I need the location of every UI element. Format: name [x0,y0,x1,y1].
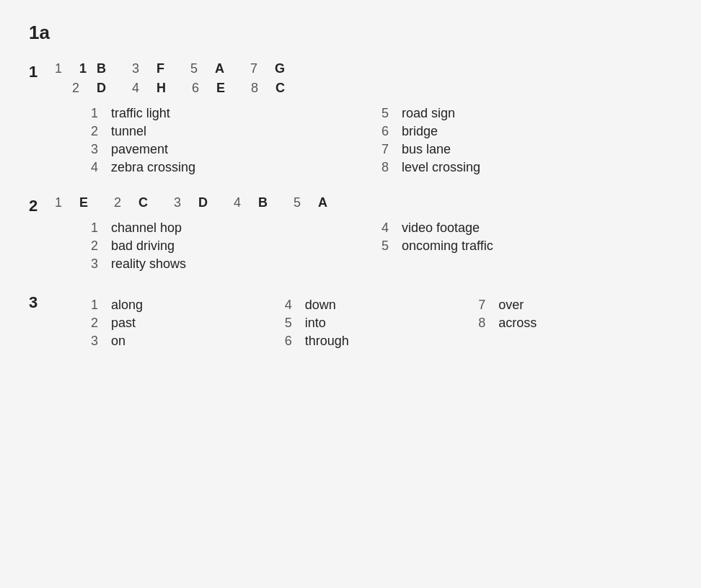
list-item: 3 on [91,334,285,349]
answer-pair: 1 1 B [55,61,106,76]
section-1-items: 1 traffic light 5 road sign 2 tunnel 6 b… [91,106,672,175]
section-2-answers-row: 1 E 2 C 3 D 4 B 5 A [55,195,672,210]
answer-pair: 2 D [72,81,106,96]
list-item: 1 traffic light [91,106,382,121]
section-1-number: 1 [29,63,38,81]
list-item: 4 down [285,298,479,313]
section-1-content: 1 1 B 3 F 5 A 7 G [55,61,672,175]
answer-pair: 5 A [294,195,327,210]
section-3-items: 1 along 4 down 7 over 2 past 5 into [91,298,672,349]
answer-pair: 4 B [234,195,268,210]
list-item: 5 oncoming traffic [382,239,672,254]
page-title: 1a [29,22,672,44]
list-item: 1 along [91,298,285,313]
list-item: 2 tunnel [91,124,382,139]
section-2-number: 2 [29,197,38,215]
list-item: 6 bridge [382,124,672,139]
section-1: 1 1 1 B 3 F 5 A 7 G [29,61,672,175]
list-item: 2 bad driving [91,239,382,254]
section-3-number: 3 [29,293,38,311]
answer-pair: 6 E [192,81,225,96]
list-item: 1 channel hop [91,220,382,236]
section-2-items: 1 channel hop 4 video footage 2 bad driv… [91,220,672,272]
answer-pair: 5 A [190,61,224,76]
list-item: 8 level crossing [382,160,672,175]
list-item: 6 through [285,334,479,349]
page-container: 1a 1 1 1 B 3 F 5 A [29,22,672,349]
list-item: 8 across [478,316,672,331]
section-1-answers-row2: 2 D 4 H 6 E 8 C [55,81,672,96]
list-item: 2 past [91,316,285,331]
section-1-answers-row1: 1 1 B 3 F 5 A 7 G [55,61,672,76]
answer-pair: 7 G [250,61,285,76]
section-3-content: 1 along 4 down 7 over 2 past 5 into [55,292,672,349]
list-item: 5 road sign [382,106,672,121]
list-item: 4 zebra crossing [91,160,382,175]
answer-pair: 3 D [174,195,208,210]
answer-pair: 2 C [114,195,148,210]
list-item: 3 pavement [91,142,382,157]
section-3: 3 1 along 4 down 7 over 2 past [29,292,672,349]
answer-pair: 8 C [251,81,285,96]
list-item: 4 video footage [382,220,672,236]
list-item: 7 bus lane [382,142,672,157]
section-2-content: 1 E 2 C 3 D 4 B 5 A [55,195,672,272]
section-2: 2 1 E 2 C 3 D 4 B [29,195,672,272]
list-item: 5 into [285,316,479,331]
list-item: 3 reality shows [91,257,382,272]
answer-pair: 3 F [132,61,164,76]
answer-pair: 4 H [132,81,166,96]
list-item: 7 over [478,298,672,313]
answer-pair: 1 E [55,195,88,210]
